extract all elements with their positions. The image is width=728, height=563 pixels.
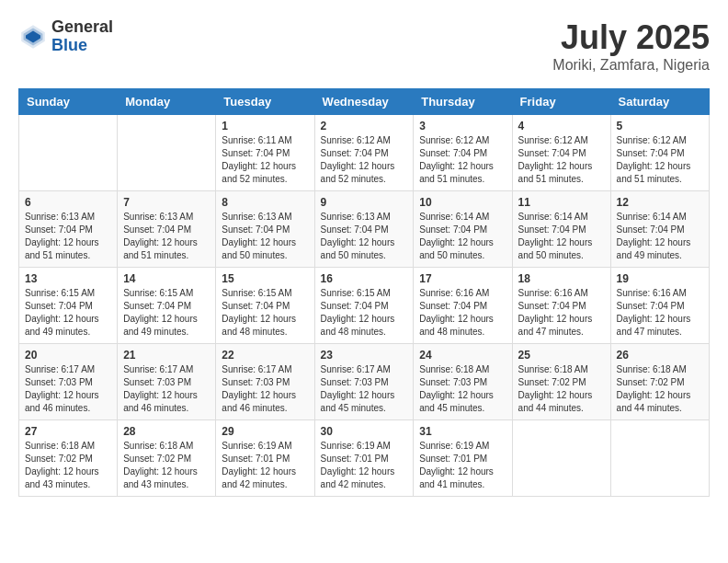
day-number: 19: [617, 272, 703, 285]
day-number: 18: [518, 272, 605, 285]
day-info: Sunrise: 6:15 AM Sunset: 7:04 PM Dayligh…: [123, 287, 210, 339]
calendar-cell: 11Sunrise: 6:14 AM Sunset: 7:04 PM Dayli…: [512, 191, 610, 268]
day-info: Sunrise: 6:16 AM Sunset: 7:04 PM Dayligh…: [419, 287, 506, 339]
calendar-cell: 2Sunrise: 6:12 AM Sunset: 7:04 PM Daylig…: [314, 115, 414, 191]
calendar-cell: 23Sunrise: 6:17 AM Sunset: 7:03 PM Dayli…: [314, 344, 414, 420]
day-number: 3: [419, 120, 506, 132]
calendar-cell: 13Sunrise: 6:15 AM Sunset: 7:04 PM Dayli…: [19, 268, 118, 344]
calendar-cell: 26Sunrise: 6:18 AM Sunset: 7:02 PM Dayli…: [610, 344, 709, 420]
day-number: 31: [419, 425, 506, 438]
calendar-cell: 22Sunrise: 6:17 AM Sunset: 7:03 PM Dayli…: [216, 344, 314, 420]
day-number: 15: [222, 272, 308, 285]
weekday-header-monday: Monday: [118, 89, 216, 115]
calendar-cell: 3Sunrise: 6:12 AM Sunset: 7:04 PM Daylig…: [414, 115, 512, 191]
day-number: 25: [518, 349, 605, 362]
day-number: 30: [321, 425, 408, 438]
day-info: Sunrise: 6:14 AM Sunset: 7:04 PM Dayligh…: [419, 211, 506, 262]
day-number: 20: [25, 349, 111, 362]
weekday-header-thursday: Thursday: [414, 89, 512, 115]
day-info: Sunrise: 6:12 AM Sunset: 7:04 PM Dayligh…: [321, 134, 408, 186]
page-header: General Blue July 2025 Moriki, Zamfara, …: [18, 18, 710, 74]
day-number: 29: [222, 425, 308, 438]
calendar-week-row: 6Sunrise: 6:13 AM Sunset: 7:04 PM Daylig…: [19, 191, 710, 268]
calendar-cell: 29Sunrise: 6:19 AM Sunset: 7:01 PM Dayli…: [216, 420, 314, 497]
day-info: Sunrise: 6:13 AM Sunset: 7:04 PM Dayligh…: [25, 211, 111, 262]
day-number: 7: [123, 196, 210, 209]
calendar-table: SundayMondayTuesdayWednesdayThursdayFrid…: [18, 88, 710, 497]
calendar-cell: [512, 420, 610, 497]
day-info: Sunrise: 6:12 AM Sunset: 7:04 PM Dayligh…: [518, 134, 605, 186]
calendar-cell: 16Sunrise: 6:15 AM Sunset: 7:04 PM Dayli…: [314, 268, 414, 344]
calendar-cell: 25Sunrise: 6:18 AM Sunset: 7:02 PM Dayli…: [512, 344, 610, 420]
calendar-cell: 10Sunrise: 6:14 AM Sunset: 7:04 PM Dayli…: [414, 191, 512, 268]
location-subtitle: Moriki, Zamfara, Nigeria: [552, 57, 710, 74]
calendar-cell: 17Sunrise: 6:16 AM Sunset: 7:04 PM Dayli…: [414, 268, 512, 344]
day-number: 12: [617, 196, 703, 209]
day-info: Sunrise: 6:18 AM Sunset: 7:02 PM Dayligh…: [518, 363, 605, 415]
calendar-cell: 18Sunrise: 6:16 AM Sunset: 7:04 PM Dayli…: [512, 268, 610, 344]
calendar-cell: 7Sunrise: 6:13 AM Sunset: 7:04 PM Daylig…: [118, 191, 216, 268]
day-info: Sunrise: 6:12 AM Sunset: 7:04 PM Dayligh…: [617, 134, 703, 186]
calendar-cell: 12Sunrise: 6:14 AM Sunset: 7:04 PM Dayli…: [610, 191, 709, 268]
day-info: Sunrise: 6:15 AM Sunset: 7:04 PM Dayligh…: [321, 287, 408, 339]
calendar-cell: 30Sunrise: 6:19 AM Sunset: 7:01 PM Dayli…: [314, 420, 414, 497]
calendar-cell: 31Sunrise: 6:19 AM Sunset: 7:01 PM Dayli…: [414, 420, 512, 497]
weekday-header-row: SundayMondayTuesdayWednesdayThursdayFrid…: [19, 89, 710, 115]
calendar-cell: 4Sunrise: 6:12 AM Sunset: 7:04 PM Daylig…: [512, 115, 610, 191]
calendar-cell: 8Sunrise: 6:13 AM Sunset: 7:04 PM Daylig…: [216, 191, 314, 268]
day-number: 28: [123, 425, 210, 438]
calendar-cell: [610, 420, 709, 497]
weekday-header-saturday: Saturday: [610, 89, 709, 115]
logo-icon: [18, 22, 48, 52]
calendar-cell: 14Sunrise: 6:15 AM Sunset: 7:04 PM Dayli…: [118, 268, 216, 344]
day-info: Sunrise: 6:16 AM Sunset: 7:04 PM Dayligh…: [518, 287, 605, 339]
logo-text: General Blue: [51, 18, 113, 55]
day-number: 23: [321, 349, 408, 362]
day-number: 16: [321, 272, 408, 285]
day-info: Sunrise: 6:13 AM Sunset: 7:04 PM Dayligh…: [321, 211, 408, 262]
day-info: Sunrise: 6:19 AM Sunset: 7:01 PM Dayligh…: [321, 440, 408, 491]
day-info: Sunrise: 6:15 AM Sunset: 7:04 PM Dayligh…: [222, 287, 308, 339]
day-info: Sunrise: 6:17 AM Sunset: 7:03 PM Dayligh…: [321, 363, 408, 415]
calendar-cell: [118, 115, 216, 191]
day-info: Sunrise: 6:17 AM Sunset: 7:03 PM Dayligh…: [222, 363, 308, 415]
day-number: 4: [518, 120, 605, 132]
logo: General Blue: [18, 18, 113, 55]
logo-general: General: [51, 18, 113, 37]
day-number: 26: [617, 349, 703, 362]
day-number: 11: [518, 196, 605, 209]
calendar-week-row: 27Sunrise: 6:18 AM Sunset: 7:02 PM Dayli…: [19, 420, 710, 497]
day-info: Sunrise: 6:19 AM Sunset: 7:01 PM Dayligh…: [222, 440, 308, 491]
weekday-header-friday: Friday: [512, 89, 610, 115]
day-info: Sunrise: 6:15 AM Sunset: 7:04 PM Dayligh…: [25, 287, 111, 339]
calendar-cell: 28Sunrise: 6:18 AM Sunset: 7:02 PM Dayli…: [118, 420, 216, 497]
calendar-cell: [19, 115, 118, 191]
calendar-week-row: 1Sunrise: 6:11 AM Sunset: 7:04 PM Daylig…: [19, 115, 710, 191]
day-number: 10: [419, 196, 506, 209]
day-number: 2: [321, 120, 408, 132]
day-number: 8: [222, 196, 308, 209]
weekday-header-tuesday: Tuesday: [216, 89, 314, 115]
day-info: Sunrise: 6:11 AM Sunset: 7:04 PM Dayligh…: [222, 134, 308, 186]
day-number: 21: [123, 349, 210, 362]
day-number: 13: [25, 272, 111, 285]
day-info: Sunrise: 6:17 AM Sunset: 7:03 PM Dayligh…: [123, 363, 210, 415]
month-year-title: July 2025: [552, 18, 710, 57]
day-info: Sunrise: 6:17 AM Sunset: 7:03 PM Dayligh…: [25, 363, 111, 415]
weekday-header-sunday: Sunday: [19, 89, 118, 115]
weekday-header-wednesday: Wednesday: [314, 89, 414, 115]
calendar-cell: 6Sunrise: 6:13 AM Sunset: 7:04 PM Daylig…: [19, 191, 118, 268]
calendar-week-row: 20Sunrise: 6:17 AM Sunset: 7:03 PM Dayli…: [19, 344, 710, 420]
logo-blue: Blue: [51, 37, 113, 55]
calendar-cell: 21Sunrise: 6:17 AM Sunset: 7:03 PM Dayli…: [118, 344, 216, 420]
day-number: 22: [222, 349, 308, 362]
day-info: Sunrise: 6:13 AM Sunset: 7:04 PM Dayligh…: [222, 211, 308, 262]
day-info: Sunrise: 6:19 AM Sunset: 7:01 PM Dayligh…: [419, 440, 506, 491]
day-info: Sunrise: 6:16 AM Sunset: 7:04 PM Dayligh…: [617, 287, 703, 339]
calendar-cell: 9Sunrise: 6:13 AM Sunset: 7:04 PM Daylig…: [314, 191, 414, 268]
day-info: Sunrise: 6:18 AM Sunset: 7:03 PM Dayligh…: [419, 363, 506, 415]
day-info: Sunrise: 6:18 AM Sunset: 7:02 PM Dayligh…: [25, 440, 111, 491]
calendar-cell: 19Sunrise: 6:16 AM Sunset: 7:04 PM Dayli…: [610, 268, 709, 344]
day-info: Sunrise: 6:14 AM Sunset: 7:04 PM Dayligh…: [518, 211, 605, 262]
day-number: 9: [321, 196, 408, 209]
